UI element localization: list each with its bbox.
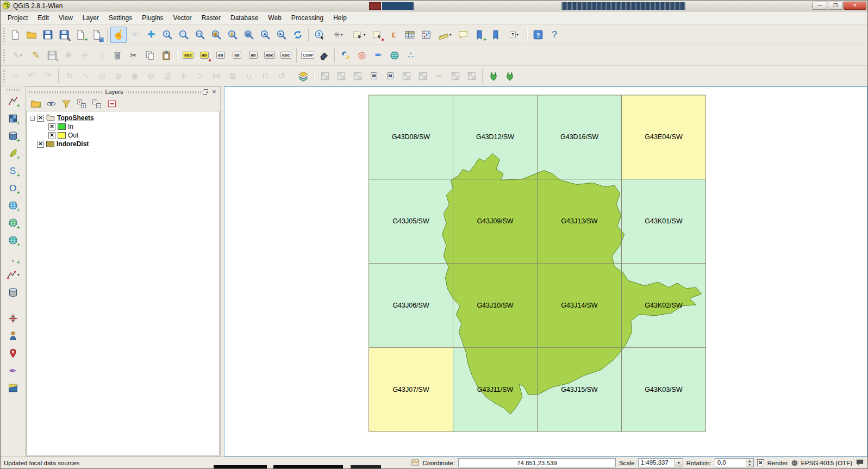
rotation-spinner[interactable]: 0.0 ▲ ▼: [715, 458, 754, 467]
measure-icon[interactable]: ▾: [434, 27, 455, 43]
manage-visibility-icon[interactable]: [45, 98, 57, 110]
minimize-button[interactable]: —: [812, 2, 827, 10]
open-project-icon[interactable]: [23, 27, 40, 43]
menu-layer[interactable]: Layer: [78, 12, 104, 24]
label-pin-icon[interactable]: ab●: [196, 47, 213, 64]
simplify-feature-icon[interactable]: ∿: [78, 68, 94, 84]
float-panel-icon[interactable]: [202, 89, 209, 96]
menu-web[interactable]: Web: [263, 12, 286, 24]
crs-button[interactable]: EPSG:4015 (OTF): [791, 459, 852, 467]
close-button[interactable]: ✕: [844, 2, 866, 10]
render-checkbox[interactable]: ✕: [757, 459, 764, 466]
add-ring-icon[interactable]: ◎: [94, 68, 110, 84]
expander-icon[interactable]: −: [30, 116, 35, 121]
add-wms-layer-icon[interactable]: +: [5, 197, 21, 214]
new-spatialite-layer-icon[interactable]: [5, 284, 21, 301]
extents-icon[interactable]: [411, 459, 419, 467]
add-raster-layer-icon[interactable]: +: [5, 110, 21, 127]
filter-legend-icon[interactable]: [60, 98, 72, 110]
node-tool-icon[interactable]: ◇: [93, 47, 109, 64]
processing-toolbox-icon[interactable]: [295, 68, 311, 84]
label-rotate-icon[interactable]: ab: [245, 47, 261, 64]
help-icon[interactable]: ?: [530, 27, 546, 43]
toolbar-grip[interactable]: [3, 28, 5, 42]
undo-icon[interactable]: ↶: [23, 68, 40, 84]
toolbar-grip[interactable]: [3, 69, 5, 83]
menu-view[interactable]: View: [54, 12, 78, 24]
layer-checkbox[interactable]: ✕: [48, 123, 55, 130]
message-log-icon[interactable]: [855, 459, 864, 467]
scale-dropdown-arrow[interactable]: ▼: [675, 459, 683, 467]
redo-icon[interactable]: ↷: [40, 68, 56, 84]
zoom-full-extent-icon[interactable]: ▣: [208, 27, 224, 43]
layer-checkbox[interactable]: ✕: [37, 141, 44, 148]
label-move-icon[interactable]: ab: [229, 47, 245, 64]
metasearch-csw-icon[interactable]: CSW: [299, 47, 316, 64]
dropdown-arrow[interactable]: ▾: [516, 33, 519, 37]
save-project-icon[interactable]: [40, 27, 56, 43]
merge-attributes-icon[interactable]: ⊓: [257, 68, 273, 84]
toolbar-grip[interactable]: [3, 48, 5, 62]
attribute-table-icon[interactable]: [402, 27, 418, 43]
eraser-icon[interactable]: [316, 47, 332, 64]
show-bookmarks-icon[interactable]: [488, 27, 504, 43]
contrast-stretch-icon[interactable]: [415, 68, 431, 84]
label-properties-icon[interactable]: abc: [278, 47, 294, 64]
add-postgis-layer-icon[interactable]: +: [5, 128, 21, 144]
interpolation-icon[interactable]: M: [366, 68, 382, 84]
label-change-icon[interactable]: abc: [261, 47, 278, 64]
refresh-map-icon[interactable]: [290, 27, 306, 43]
deselect-features-icon[interactable]: ●: [369, 27, 385, 43]
topology-plugin-icon[interactable]: ∴: [403, 47, 419, 64]
rotation-up-arrow[interactable]: ▲: [746, 459, 753, 463]
layer-checkbox[interactable]: ✕: [48, 132, 55, 139]
move-feature-icon[interactable]: ✛: [77, 47, 93, 64]
delete-part-icon[interactable]: ⊟: [159, 68, 176, 84]
split-features-icon[interactable]: ⋈: [208, 68, 224, 84]
scale-combo[interactable]: 1:495,337 ▼: [638, 458, 683, 467]
add-spatialite-layer-icon[interactable]: +: [5, 145, 21, 161]
save-project-as-icon[interactable]: ✎: [56, 27, 72, 43]
split-parts-icon[interactable]: ⊠: [224, 68, 241, 84]
new-project-icon[interactable]: [7, 27, 23, 43]
menu-project[interactable]: Project: [3, 12, 33, 24]
add-mssql-layer-icon[interactable]: S+: [5, 162, 21, 179]
delete-selected-icon[interactable]: [109, 47, 126, 64]
zoom-in-icon[interactable]: +: [159, 27, 176, 43]
layer-row-toposheets[interactable]: −✕TopoSheets: [28, 114, 218, 122]
remove-layer-icon[interactable]: [106, 98, 118, 110]
dropdown-arrow[interactable]: ▾: [341, 33, 343, 37]
zoom-last-icon[interactable]: ◂: [257, 27, 273, 43]
save-layer-edits-icon[interactable]: ✎: [44, 47, 60, 64]
plugin-connector-2-icon[interactable]: [502, 68, 518, 84]
dropdown-arrow[interactable]: ▾: [20, 53, 22, 58]
zoom-native-icon[interactable]: 1:1: [192, 27, 208, 43]
raster-calculator-icon[interactable]: [333, 68, 349, 84]
pin-plugin-icon[interactable]: [5, 345, 21, 361]
zonal-statistics-icon[interactable]: [398, 68, 415, 84]
add-oracle-layer-icon[interactable]: O+: [5, 180, 21, 196]
heatmap-icon[interactable]: [349, 68, 366, 84]
zoom-to-selection-icon[interactable]: ▮: [224, 27, 241, 43]
whats-this-icon[interactable]: ?: [546, 27, 563, 43]
new-shapefile-layer-icon[interactable]: ▾: [3, 267, 23, 283]
paste-features-icon[interactable]: [158, 47, 174, 64]
toolbar-grip[interactable]: [6, 89, 20, 91]
add-feature-icon[interactable]: ❖: [60, 47, 77, 64]
python-console-icon[interactable]: [338, 47, 354, 64]
add-vector-layer-icon[interactable]: +: [5, 93, 21, 109]
person-plugin-icon[interactable]: [5, 328, 21, 344]
feature-action-icon[interactable]: ✳▾: [328, 27, 348, 43]
merge-features-icon[interactable]: ∪: [241, 68, 257, 84]
raster-clip-icon[interactable]: ✂: [431, 68, 447, 84]
rotation-down-arrow[interactable]: ▼: [746, 463, 753, 467]
menu-database[interactable]: Database: [226, 12, 263, 24]
map-tips-icon[interactable]: [455, 27, 471, 43]
globe-plugin-icon[interactable]: [386, 47, 403, 64]
label-highlight-icon[interactable]: ab: [213, 47, 229, 64]
style-pen-icon[interactable]: ✒: [370, 47, 386, 64]
add-wfs-layer-icon[interactable]: +: [5, 232, 21, 248]
terrain-analysis-icon[interactable]: M: [382, 68, 398, 84]
fill-ring-icon[interactable]: ◉: [127, 68, 143, 84]
menu-help[interactable]: Help: [328, 12, 352, 24]
